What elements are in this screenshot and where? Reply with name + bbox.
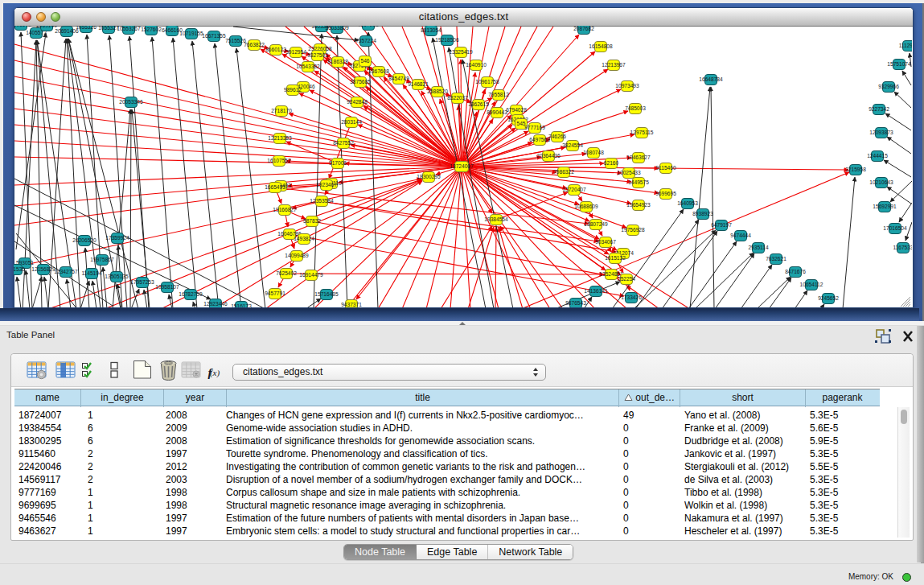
svg-text:7632621: 7632621 — [766, 256, 786, 262]
svg-text:8938923: 8938923 — [692, 211, 713, 216]
svg-text:1080748: 1080748 — [583, 150, 604, 155]
svg-text:10654112: 10654112 — [800, 282, 823, 287]
svg-text:12353584: 12353584 — [310, 198, 334, 204]
svg-text:12213967: 12213967 — [602, 62, 626, 68]
svg-text:19654923: 19654923 — [626, 202, 651, 208]
svg-text:19384554: 19384554 — [484, 216, 508, 222]
svg-text:10553267: 10553267 — [117, 26, 141, 31]
svg-text:9777169: 9777169 — [524, 125, 545, 130]
svg-text:1167533: 1167533 — [893, 245, 912, 250]
svg-text:12342757: 12342757 — [54, 269, 78, 274]
svg-text:391530: 391530 — [14, 266, 25, 272]
svg-text:1665493: 1665493 — [265, 184, 285, 190]
svg-text:10543382: 10543382 — [296, 64, 320, 69]
svg-text:14136141: 14136141 — [584, 288, 608, 294]
svg-text:15692991: 15692991 — [873, 204, 897, 209]
svg-text:12156829: 12156829 — [31, 266, 55, 272]
svg-text:17957253: 17957253 — [130, 279, 154, 285]
svg-text:16671355: 16671355 — [202, 33, 226, 39]
svg-text:12975115: 12975115 — [630, 130, 654, 135]
svg-text:13505135: 13505135 — [105, 274, 129, 279]
svg-text:15720407: 15720407 — [562, 187, 586, 192]
svg-text:7357225: 7357225 — [358, 26, 379, 27]
svg-text:16107552: 16107552 — [267, 158, 291, 163]
svg-text:2588520: 2588520 — [427, 89, 448, 94]
svg-text:3215958: 3215958 — [845, 167, 866, 172]
svg-text:252254: 252254 — [618, 276, 635, 282]
svg-text:1244415: 1244415 — [867, 153, 888, 159]
svg-text:9327503: 9327503 — [307, 52, 328, 58]
svg-text:9245652: 9245652 — [818, 295, 839, 301]
svg-text:16154808: 16154808 — [589, 43, 613, 49]
svg-text:546: 546 — [360, 58, 369, 64]
svg-text:16914479: 16914479 — [299, 272, 323, 278]
svg-text:10210643: 10210643 — [869, 179, 893, 185]
svg-text:8471676: 8471676 — [785, 269, 806, 274]
svg-text:8660123: 8660123 — [265, 47, 286, 52]
svg-text:18300295: 18300295 — [417, 174, 441, 179]
svg-text:1055327: 1055327 — [98, 26, 119, 31]
svg-text:18724007: 18724007 — [450, 163, 474, 169]
svg-text:2087682: 2087682 — [573, 26, 594, 31]
svg-text:7986322: 7986322 — [553, 169, 574, 175]
svg-text:2069140: 2069140 — [36, 26, 57, 28]
svg-text:15716485: 15716485 — [314, 291, 339, 297]
svg-text:7955812: 7955812 — [488, 92, 509, 97]
svg-text:19975867: 19975867 — [90, 257, 114, 262]
svg-text:19463627: 19463627 — [626, 154, 651, 160]
svg-text:12923446: 12923446 — [203, 301, 228, 307]
svg-text:917006: 917006 — [329, 160, 347, 166]
svg-text:15751074: 15751074 — [887, 61, 911, 67]
svg-text:7625402: 7625402 — [276, 270, 297, 276]
svg-text:17016504: 17016504 — [883, 225, 907, 231]
svg-text:12093873: 12093873 — [869, 130, 893, 135]
svg-text:10973493: 10973493 — [615, 83, 639, 89]
svg-text:989612: 989612 — [284, 87, 302, 93]
svg-text:9437371: 9437371 — [341, 302, 362, 307]
svg-text:6479197: 6479197 — [711, 222, 732, 228]
svg-text:2367608: 2367608 — [368, 68, 389, 74]
svg-text:2935114: 2935114 — [748, 245, 769, 250]
svg-text:10961758: 10961758 — [475, 79, 499, 84]
svg-text:7485003: 7485003 — [625, 105, 646, 111]
svg-text:1112905: 1112905 — [899, 43, 912, 48]
svg-text:8186328: 8186328 — [327, 59, 348, 64]
svg-text:1449575: 1449575 — [628, 179, 649, 185]
svg-text:(x): (x) — [210, 368, 220, 378]
svg-text:19166827: 19166827 — [273, 207, 297, 212]
svg-text:62160: 62160 — [604, 160, 619, 166]
svg-text:2803144: 2803144 — [341, 119, 362, 125]
svg-text:9699695: 9699695 — [655, 191, 676, 196]
svg-text:10958107: 10958107 — [155, 284, 179, 290]
svg-text:1493824: 1493824 — [294, 236, 314, 241]
svg-text:3824554: 3824554 — [562, 142, 583, 148]
svg-text:10688609: 10688609 — [574, 204, 598, 209]
svg-text:26206520: 26206520 — [72, 237, 97, 243]
svg-text:1055326: 1055326 — [76, 26, 97, 30]
svg-text:7663822: 7663822 — [244, 42, 265, 47]
svg-text:1527602: 1527602 — [141, 27, 162, 32]
svg-text:13325419: 13325419 — [449, 49, 473, 55]
svg-text:16648784: 16648784 — [699, 76, 723, 82]
svg-text:14099489: 14099489 — [285, 253, 309, 258]
svg-text:8322037: 8322037 — [447, 95, 468, 101]
svg-text:1640953: 1640953 — [677, 200, 698, 206]
svg-text:16033809: 16033809 — [325, 26, 349, 31]
svg-text:8427552: 8427552 — [333, 140, 354, 146]
svg-text:1405572: 1405572 — [14, 26, 31, 27]
svg-text:9227342: 9227342 — [869, 106, 889, 112]
svg-text:9329966: 9329966 — [878, 84, 899, 89]
svg-text:9242848: 9242848 — [347, 99, 368, 105]
svg-text:7357224: 7357224 — [355, 38, 376, 43]
svg-text:587832: 587832 — [303, 218, 321, 224]
svg-text:20053346: 20053346 — [119, 99, 143, 105]
svg-text:9115460: 9115460 — [655, 165, 676, 171]
svg-text:8454749: 8454749 — [388, 76, 409, 81]
svg-text:9474444: 9474444 — [730, 233, 751, 238]
svg-text:6794028: 6794028 — [506, 107, 527, 113]
svg-text:1362615: 1362615 — [468, 101, 489, 107]
svg-text:3912954: 3912954 — [285, 49, 306, 55]
svg-text:1640910: 1640910 — [466, 62, 487, 68]
svg-text:17359924: 17359924 — [105, 235, 129, 241]
svg-text:9457791: 9457791 — [265, 290, 285, 296]
